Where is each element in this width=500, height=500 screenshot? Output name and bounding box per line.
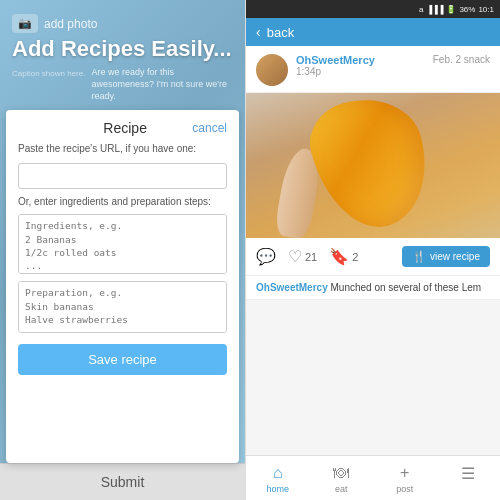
like-action[interactable]: ♡ 21 [288,247,317,266]
post-time: 1:34p [296,66,425,77]
eat-icon: 🍽 [333,464,349,482]
nav-bar: ‹ back [246,18,500,46]
post-meta: OhSweetMercy 1:34p [296,54,425,77]
url-label: Paste the recipe's URL, if you have one: [18,143,227,154]
post-header: OhSweetMercy 1:34p Feb. 2 snack [246,46,500,93]
bottom-nav: ⌂ home 🍽 eat + post ☰ [246,455,500,500]
big-title: Add Recipes Easily... [12,37,233,61]
amazon-icon: a [419,5,423,14]
preparation-textarea[interactable] [18,281,227,333]
ingredients-textarea[interactable] [18,214,227,274]
right-panel: a ▐▐▐ 🔋 36% 10:1 ‹ back OhSweetMercy 1:3… [245,0,500,500]
camera-icon[interactable]: 📷 [12,14,38,33]
fork-icon: 🍴 [412,250,426,263]
add-photo-label: add photo [44,17,97,31]
heart-icon: ♡ [288,247,302,266]
back-label[interactable]: back [267,25,490,40]
nav-menu[interactable]: ☰ [437,456,501,500]
post-description: OhSweetMercy Munched on several of these… [246,276,500,300]
home-icon: ⌂ [273,464,283,482]
header-top-row: 📷 add photo [12,14,233,33]
left-panel: 📷 add photo Add Recipes Easily... Captio… [0,0,245,500]
post-icon: + [400,464,409,482]
dialog-header: Recipe cancel [18,120,227,136]
left-footer: Submit [0,463,245,500]
back-chevron-icon[interactable]: ‹ [256,24,261,40]
desc-text: Munched on several of these Lem [330,282,481,293]
nav-post[interactable]: + post [373,456,437,500]
caption-placeholder: Caption shown here. [12,69,85,102]
cancel-button[interactable]: cancel [192,121,227,135]
desc-username[interactable]: OhSweetMercy [256,282,328,293]
actions-bar: 💬 ♡ 21 🔖 2 🍴 view recipe [246,238,500,276]
time-display: 10:1 [478,5,494,14]
left-header: 📷 add photo Add Recipes Easily... Captio… [0,0,245,110]
post-username[interactable]: OhSweetMercy [296,54,425,66]
signal-percent: 36% [459,5,475,14]
status-bar: a ▐▐▐ 🔋 36% 10:1 [246,0,500,18]
bookmark-icon: 🔖 [329,247,349,266]
url-input[interactable] [18,163,227,189]
view-recipe-button[interactable]: 🍴 view recipe [402,246,490,267]
status-icons: a ▐▐▐ 🔋 36% 10:1 [419,5,494,14]
home-label: home [266,484,289,494]
post-date-area: Feb. 2 snack [433,54,490,65]
nav-eat[interactable]: 🍽 eat [310,456,374,500]
comment-action[interactable]: 💬 [256,247,276,266]
submit-label[interactable]: Submit [101,474,145,490]
battery-icon: 🔋 [446,5,456,14]
post-label: post [396,484,413,494]
sub-text: Are we ready for this awesomeness? I'm n… [91,67,231,102]
save-recipe-button[interactable]: Save recipe [18,344,227,375]
avatar [256,54,288,86]
eat-label: eat [335,484,348,494]
food-image [246,93,500,238]
bookmark-count: 2 [352,251,358,263]
or-label: Or, enter ingredients and preparation st… [18,196,227,207]
nav-home[interactable]: ⌂ home [246,456,310,500]
view-recipe-label: view recipe [430,251,480,262]
recipe-dialog: Recipe cancel Paste the recipe's URL, if… [6,110,239,463]
bookmark-action[interactable]: 🔖 2 [329,247,358,266]
dialog-title: Recipe [58,120,192,136]
comment-icon: 💬 [256,247,276,266]
signal-bars: ▐▐▐ [426,5,443,14]
like-count: 21 [305,251,317,263]
post-date: Feb. 2 snack [433,54,490,65]
menu-icon: ☰ [461,464,475,483]
